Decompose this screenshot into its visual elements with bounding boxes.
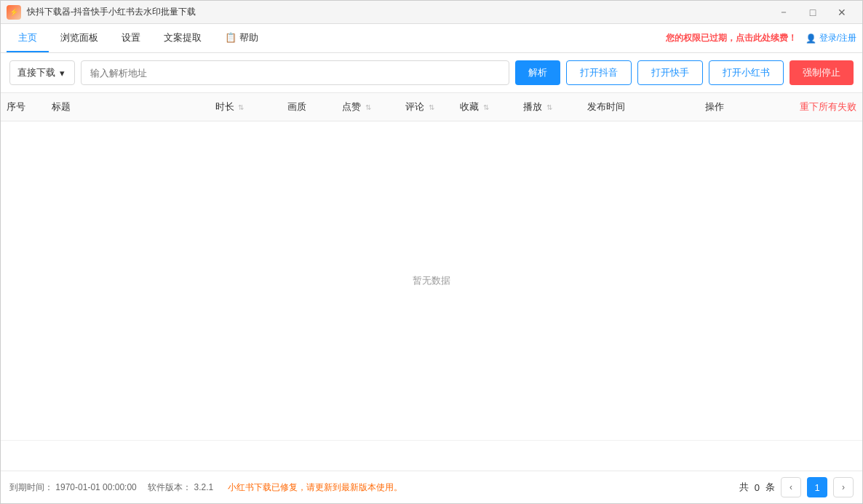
total-label: 共 — [739, 481, 749, 494]
sort-icon-likes: ⇅ — [365, 103, 371, 111]
col-header-index: 序号 — [1, 93, 46, 121]
sort-icon-comments: ⇅ — [429, 103, 434, 111]
open-douyin-button[interactable]: 打开抖音 — [566, 60, 632, 85]
pagination: 共 0 条 ‹ 1 › — [739, 477, 854, 497]
force-stop-button[interactable]: 强制停止 — [790, 60, 854, 85]
sort-icon-plays: ⇅ — [546, 103, 552, 111]
footer-notice: 小红书下载已修复，请更新到最新版本使用。 — [228, 481, 402, 494]
col-header-likes[interactable]: 点赞 ⇅ — [336, 93, 399, 121]
app-title: 快抖下载器-抖音快手小红书去水印批量下载 — [27, 6, 769, 18]
dropdown-icon: ▾ — [60, 68, 65, 79]
footer-info: 到期时间： 1970-01-01 00:00:00 软件版本： 3.2.1 — [9, 481, 213, 494]
expire-notice[interactable]: 您的权限已过期，点击此处续费！ — [666, 32, 797, 44]
minimize-button[interactable]: － — [769, 1, 798, 24]
tab-settings[interactable]: 设置 — [110, 24, 152, 52]
retry-all-button[interactable]: 重下所有失败 — [800, 101, 856, 112]
empty-tip: 暂无数据 — [1, 121, 862, 441]
url-input[interactable] — [81, 60, 509, 85]
version-value: 3.2.1 — [194, 482, 213, 492]
expire-value: 1970-01-01 00:00:00 — [55, 482, 136, 492]
sort-icon-favorites: ⇅ — [483, 103, 489, 111]
total-unit: 条 — [765, 481, 775, 494]
next-page-button[interactable]: › — [833, 477, 854, 497]
table-header-row: 序号 标题 时长 ⇅ 画质 点赞 ⇅ — [1, 93, 862, 121]
tab-help[interactable]: 📋 帮助 — [213, 24, 270, 52]
tab-home[interactable]: 主页 — [7, 24, 49, 52]
titlebar: ⚡ 快抖下载器-抖音快手小红书去水印批量下载 － □ ✕ — [1, 1, 862, 24]
toolbar: 直接下载 ▾ 解析 打开抖音 打开快手 打开小红书 强制停止 — [1, 53, 862, 93]
main-window: ⚡ 快抖下载器-抖音快手小红书去水印批量下载 － □ ✕ 主页 浏览面板 设置 … — [0, 0, 863, 504]
table-body: 暂无数据 — [1, 121, 862, 441]
col-header-plays[interactable]: 播放 ⇅ — [517, 93, 581, 121]
menubar: 主页 浏览面板 设置 文案提取 📋 帮助 您的权限已过期，点击此处续费！ 👤 登… — [1, 24, 862, 53]
col-header-title: 标题 — [46, 93, 209, 121]
expire-label: 到期时间： — [9, 482, 53, 492]
window-controls: － □ ✕ — [769, 1, 856, 24]
open-kuaishou-button[interactable]: 打开快手 — [637, 60, 703, 85]
maximize-button[interactable]: □ — [798, 1, 827, 24]
empty-row: 暂无数据 — [1, 121, 862, 441]
col-header-favorites[interactable]: 收藏 ⇅ — [454, 93, 517, 121]
download-type-selector[interactable]: 直接下载 ▾ — [9, 60, 75, 85]
data-table: 序号 标题 时长 ⇅ 画质 点赞 ⇅ — [1, 93, 862, 441]
col-header-quality: 画质 — [282, 93, 336, 121]
col-header-pubtime: 发布时间 — [581, 93, 699, 121]
prev-page-button[interactable]: ‹ — [781, 477, 801, 497]
open-xiaohongshu-button[interactable]: 打开小红书 — [709, 60, 784, 85]
col-header-duration[interactable]: 时长 ⇅ — [210, 93, 282, 121]
total-count: 0 — [755, 482, 760, 493]
col-header-retry: 重下所有失败 — [771, 93, 862, 121]
tab-copywriting[interactable]: 文案提取 — [152, 24, 213, 52]
app-icon: ⚡ — [7, 5, 21, 20]
tab-browser[interactable]: 浏览面板 — [49, 24, 110, 52]
close-button[interactable]: ✕ — [827, 1, 856, 24]
col-header-comments[interactable]: 评论 ⇅ — [399, 93, 454, 121]
col-header-ops: 操作 — [699, 93, 772, 121]
parse-button[interactable]: 解析 — [515, 60, 560, 85]
user-icon: 👤 — [806, 33, 816, 44]
menubar-right: 您的权限已过期，点击此处续费！ 👤 登录/注册 — [666, 24, 856, 52]
data-table-container: 序号 标题 时长 ⇅ 画质 点赞 ⇅ — [1, 93, 862, 471]
version-label: 软件版本： — [148, 482, 191, 492]
footer: 到期时间： 1970-01-01 00:00:00 软件版本： 3.2.1 小红… — [1, 471, 862, 503]
download-type-label: 直接下载 — [17, 66, 55, 79]
current-page: 1 — [807, 477, 827, 497]
sort-icon-duration: ⇅ — [238, 103, 244, 111]
login-button[interactable]: 👤 登录/注册 — [806, 32, 856, 44]
